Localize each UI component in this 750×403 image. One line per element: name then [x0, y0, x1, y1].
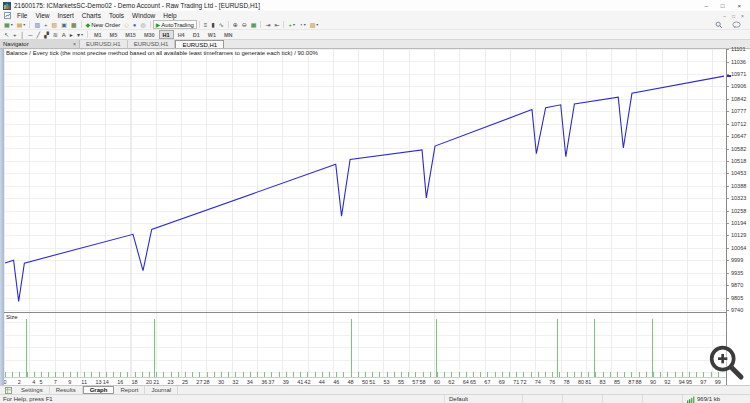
dropdown-arrow-icon: ▾ — [316, 22, 318, 27]
market-watch-button[interactable]: ▥ — [32, 20, 42, 29]
chart-tab-2[interactable]: EURUSD,H1 — [128, 40, 176, 48]
maximize-button[interactable]: □ — [721, 3, 725, 9]
balance-line — [5, 76, 724, 301]
vertical-line-button[interactable]: │ — [19, 30, 27, 39]
y-axis-label: 10129 — [731, 233, 746, 239]
cursor-button[interactable]: ↖ — [2, 30, 11, 39]
chart-tab-1[interactable]: EURUSD,H1 — [80, 40, 128, 48]
chart-tabs: EURUSD,H1EURUSD,H1EURUSD,H1 — [80, 40, 224, 48]
menu-window[interactable]: Window — [128, 12, 159, 19]
titlebar: 21600175: ICMarketsSC-Demo02 - Demo Acco… — [0, 0, 750, 11]
y-axis-label: 10647 — [731, 134, 746, 140]
tester-tab-report[interactable]: Report — [114, 386, 145, 394]
menu-help[interactable]: Help — [159, 12, 180, 19]
tester-tab-settings[interactable]: Settings — [15, 386, 50, 394]
market-watch-icon: ▥ — [34, 22, 40, 28]
timeframe-mn-button[interactable]: MN — [220, 30, 237, 39]
equidistant-channel-button[interactable]: ▞ — [42, 30, 51, 39]
timeframe-m15-button[interactable]: M15 — [121, 30, 140, 39]
crosshair-button[interactable]: + — [11, 30, 19, 39]
autotrading-button[interactable]: ▶AutoTrading — [153, 20, 197, 29]
terminal-panel-button[interactable]: ▣ — [59, 20, 69, 29]
child-restore-button[interactable]: □ — [732, 13, 735, 19]
timeframe-m30-button[interactable]: M30 — [140, 30, 159, 39]
text-label-button[interactable]: A — [60, 30, 68, 39]
y-axis: 1110111036109711090610842107771071210647… — [727, 49, 750, 385]
x-axis-label: 71 — [513, 379, 519, 385]
data-window-button[interactable]: + — [42, 20, 50, 29]
zoom-in-button[interactable]: ⊕ — [231, 20, 240, 29]
menu-charts[interactable]: Charts — [78, 12, 105, 19]
timeframe-h1-button[interactable]: H1 — [159, 30, 174, 39]
status-cell — [562, 395, 602, 403]
profiles-button[interactable]: ▤▾ — [15, 20, 28, 29]
metaeditor-button[interactable]: ◇ — [122, 20, 131, 29]
template-name: Default — [449, 396, 468, 402]
tester-tab-journal[interactable]: Journal — [145, 386, 178, 394]
strategy-tester-button[interactable]: ▩ — [69, 20, 79, 29]
x-axis-label: 88 — [636, 379, 642, 385]
zoom-out-button[interactable]: ⊖ — [240, 20, 249, 29]
status-template-cell[interactable]: Default — [444, 395, 522, 403]
web-terminal-button[interactable]: ◎ — [138, 20, 147, 29]
toolbar-main-buttons: ▦▾▤▾▥+▧▣▩◆New Order◇●◎▶AutoTrading≡▮∿⊕⊖▦… — [2, 20, 320, 29]
mt4-window: 21600175: ICMarketsSC-Demo02 - Demo Acco… — [0, 0, 750, 403]
chart-shift-button[interactable]: ⇤ — [272, 20, 281, 29]
fibonacci-button[interactable]: ≋ — [51, 30, 60, 39]
indicators-button[interactable]: +▾ — [286, 20, 297, 29]
bar-chart-mode-button[interactable]: ≡ — [202, 20, 210, 29]
x-axis-label: 48 — [348, 379, 354, 385]
candlestick-mode-button[interactable]: ▮ — [209, 20, 216, 29]
timeframe-m1-button[interactable]: M1 — [90, 30, 106, 39]
shapes-icon: ▾ — [77, 32, 80, 38]
menu-insert[interactable]: Insert — [53, 12, 77, 19]
minimize-button[interactable]: – — [705, 3, 708, 9]
x-axis-label: 53 — [384, 379, 390, 385]
search-icon[interactable] — [715, 21, 723, 29]
x-axis-label: 42 — [304, 379, 310, 385]
graph-area[interactable]: Balance / Every tick (the most precise m… — [4, 49, 727, 385]
tester-tab-graph[interactable]: Graph — [83, 386, 115, 394]
chart-window-icon — [4, 12, 11, 19]
zoom-magnifier-icon[interactable] — [706, 342, 746, 382]
line-chart-mode-button[interactable]: ∿ — [217, 20, 226, 29]
horizontal-line-button[interactable]: ─ — [26, 30, 34, 39]
timeframe-w1-button[interactable]: W1 — [204, 30, 220, 39]
trendline-button[interactable]: ╱ — [35, 30, 43, 39]
size-bars — [4, 313, 726, 377]
shapes-button[interactable]: ▾▾ — [75, 30, 85, 39]
menu-tools[interactable]: Tools — [105, 12, 128, 19]
dropdown-arrow-icon: ▾ — [81, 32, 83, 37]
child-minimize-button[interactable]: – — [723, 13, 726, 19]
size-bar-large — [557, 319, 558, 377]
navigator-close-icon[interactable]: × — [73, 41, 76, 47]
tester-tab-results[interactable]: Results — [50, 386, 83, 394]
x-axis-label: 51 — [369, 379, 375, 385]
auto-scroll-button[interactable]: ⇥ — [263, 20, 272, 29]
main-toolbar: ▦▾▤▾▥+▧▣▩◆New Order◇●◎▶AutoTrading≡▮∿⊕⊖▦… — [0, 20, 750, 30]
close-button[interactable]: × — [737, 3, 741, 9]
child-close-button[interactable]: × — [741, 13, 744, 19]
new-chart-button[interactable]: ▦▾ — [2, 20, 15, 29]
y-axis-label: 10518 — [731, 159, 746, 165]
new-chart-icon: ▦ — [4, 22, 10, 28]
chat-icon[interactable] — [732, 21, 741, 29]
bar-chart-mode-icon: ≡ — [204, 22, 208, 28]
candlestick-mode-icon: ▮ — [211, 22, 214, 28]
timeframe-m5-button[interactable]: M5 — [106, 30, 122, 39]
tile-windows-button[interactable]: ▦ — [249, 20, 259, 29]
menu-file[interactable]: File — [13, 12, 31, 19]
mql5-community-button[interactable]: ● — [131, 20, 139, 29]
timeframe-d1-button[interactable]: D1 — [189, 30, 204, 39]
arrow-label-button[interactable]: ▸ — [68, 30, 75, 39]
chart-tab-3[interactable]: EURUSD,H1 — [175, 40, 224, 48]
navigator-header[interactable]: Navigator × — [0, 40, 80, 48]
navigator-panel-button[interactable]: ▧ — [50, 20, 60, 29]
new-order-button[interactable]: ◆New Order — [84, 20, 123, 29]
timeframe-h4-button[interactable]: H4 — [174, 30, 189, 39]
periods-button[interactable]: ◔▾ — [297, 20, 308, 29]
menu-view[interactable]: View — [31, 12, 53, 19]
templates-button[interactable]: ▨▾ — [308, 20, 321, 29]
navigator-title: Navigator — [3, 41, 29, 47]
y-axis-label: 10777 — [731, 109, 746, 115]
